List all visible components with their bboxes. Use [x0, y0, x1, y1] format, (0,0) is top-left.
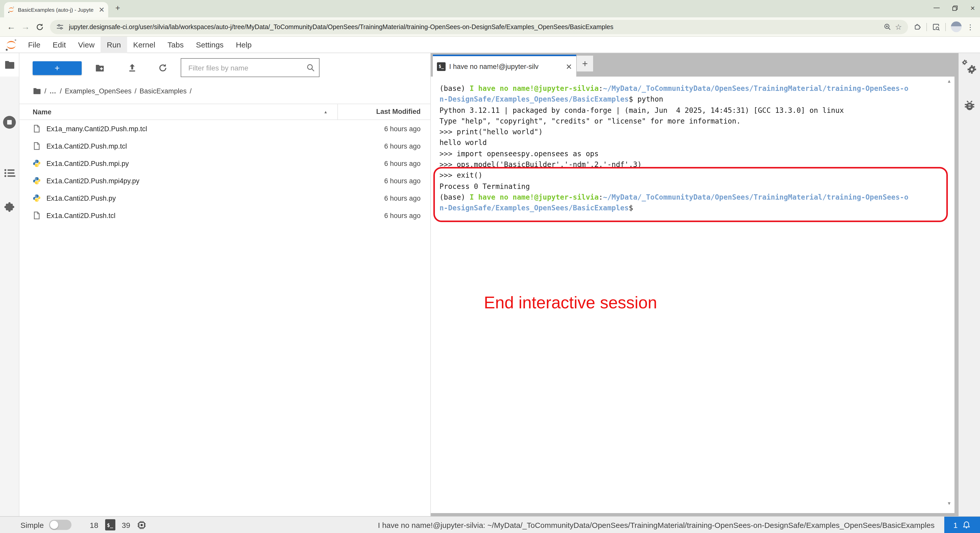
- file-modified: 6 hours ago: [348, 194, 430, 202]
- file-list: Ex1a_many.Canti2D.Push.mp.tcl6 hours ago…: [19, 120, 430, 224]
- file-row[interactable]: Ex1a.Canti2D.Push.py6 hours ago: [19, 189, 430, 207]
- bookmark-star-icon[interactable]: ☆: [895, 23, 902, 31]
- python-icon: [33, 194, 41, 202]
- kernel-count: 39: [122, 520, 130, 529]
- breadcrumb-folder[interactable]: Examples_OpenSees: [65, 87, 131, 95]
- status-bar: Simple 18 $_ 39 I have no name!@jupyter-…: [0, 516, 980, 533]
- menu-settings[interactable]: Settings: [190, 37, 230, 53]
- file-modified: 6 hours ago: [348, 212, 430, 219]
- terminal-panel[interactable]: (base) I have no name!@jupyter-silvia:~/…: [431, 76, 955, 513]
- url-input[interactable]: [68, 23, 879, 31]
- jupyter-favicon-icon: [8, 6, 15, 13]
- tab-close-icon[interactable]: ✕: [566, 62, 572, 70]
- browser-tab[interactable]: BasicExamples (auto-j) - Jupyte ✕: [4, 2, 108, 18]
- sidebar-item-debugger[interactable]: [959, 99, 980, 112]
- activity-bar: [0, 53, 19, 516]
- new-launcher-button[interactable]: +: [33, 61, 82, 75]
- sidebar-item-toc[interactable]: [0, 165, 19, 181]
- file-row[interactable]: Ex1a.Canti2D.Push.mpi.py6 hours ago: [19, 155, 430, 172]
- tab-close-icon[interactable]: ✕: [99, 6, 105, 13]
- notification-count: 1: [953, 520, 958, 529]
- zoom-page-icon[interactable]: [883, 23, 891, 31]
- file-row[interactable]: Ex1a.Canti2D.Push.mp.tcl6 hours ago: [19, 137, 430, 155]
- file-icon: [33, 212, 41, 220]
- terminal-icon[interactable]: $_: [105, 519, 115, 530]
- sidebar-item-property-inspector[interactable]: [959, 59, 980, 75]
- extensions-icon[interactable]: [913, 23, 921, 31]
- reload-icon[interactable]: [33, 23, 47, 31]
- menu-tabs[interactable]: Tabs: [161, 37, 189, 53]
- annotation-highlight-box: [433, 167, 948, 222]
- refresh-icon[interactable]: [158, 63, 167, 74]
- extension-puzzle-icon: [3, 201, 16, 213]
- site-info-icon[interactable]: [56, 23, 64, 31]
- breadcrumb-folder[interactable]: BasicExamples: [140, 87, 187, 95]
- file-row[interactable]: Ex1a.Canti2D.Push.mpi4py.py6 hours ago: [19, 172, 430, 189]
- new-tab-button[interactable]: +: [115, 3, 120, 13]
- file-row[interactable]: Ex1a_many.Canti2D.Push.mp.tcl6 hours ago: [19, 120, 430, 137]
- file-modified: 6 hours ago: [348, 177, 430, 185]
- breadcrumb-sep: /: [60, 87, 62, 95]
- scroll-down-icon[interactable]: ▼: [947, 501, 951, 506]
- kernel-chip-icon[interactable]: [137, 520, 146, 530]
- column-name[interactable]: Name: [19, 108, 52, 116]
- simple-mode-label: Simple: [21, 520, 44, 529]
- menu-view[interactable]: View: [72, 37, 101, 53]
- window-close-icon[interactable]: ×: [970, 4, 975, 12]
- gears-icon: [962, 59, 977, 75]
- scroll-up-icon[interactable]: ▲: [947, 79, 951, 84]
- python-icon: [33, 159, 41, 167]
- screen: BasicExamples (auto-j) - Jupyte ✕ + × ← …: [0, 0, 980, 533]
- simple-mode-toggle[interactable]: [49, 520, 72, 530]
- add-tab-button[interactable]: +: [577, 56, 593, 72]
- forward-icon[interactable]: →: [18, 22, 33, 32]
- terminal-tab-title: I have no name!@jupyter-silv: [449, 62, 562, 70]
- back-icon[interactable]: ←: [4, 22, 18, 32]
- jupyter-logo: [5, 38, 18, 51]
- file-name[interactable]: Ex1a.Canti2D.Push.py: [46, 194, 348, 202]
- window-minimize-icon[interactable]: [934, 8, 940, 8]
- profile-avatar[interactable]: [951, 21, 962, 32]
- bug-icon: [963, 99, 976, 112]
- file-name[interactable]: Ex1a.Canti2D.Push.mpi.py: [46, 159, 348, 167]
- terminal-line: Type "help", "copyright", "credits" or "…: [439, 116, 908, 127]
- sort-ascending-icon[interactable]: ▲: [324, 110, 328, 115]
- window-restore-icon[interactable]: [952, 5, 958, 11]
- search-icon: [306, 63, 315, 72]
- column-last-modified[interactable]: Last Modified: [337, 103, 430, 120]
- file-name[interactable]: Ex1a_many.Canti2D.Push.mp.tcl: [46, 125, 348, 132]
- file-list-header[interactable]: Name ▲ Last Modified: [19, 103, 430, 120]
- menu-help[interactable]: Help: [230, 37, 258, 53]
- browser-toolbar: ← → ☆ ⋮: [0, 18, 980, 37]
- running-sessions-icon: [3, 116, 16, 129]
- reading-mode-icon[interactable]: [932, 23, 940, 31]
- browser-tab-title: BasicExamples (auto-j) - Jupyte: [18, 6, 96, 13]
- sidebar-item-file-browser[interactable]: [0, 53, 19, 76]
- new-folder-icon[interactable]: [95, 63, 105, 75]
- notification-badge[interactable]: 1: [944, 517, 980, 533]
- breadcrumb-ellipsis[interactable]: …: [49, 87, 57, 95]
- panel-divider[interactable]: [955, 53, 959, 516]
- url-bar[interactable]: ☆: [50, 20, 908, 34]
- menu-run[interactable]: Run: [101, 37, 127, 53]
- terminal-line: n-DesignSafe/Examples_OpenSees/BasicExam…: [439, 94, 908, 105]
- right-sidebar: [959, 53, 980, 516]
- browser-menu-icon[interactable]: ⋮: [967, 23, 974, 31]
- file-name[interactable]: Ex1a.Canti2D.Push.mp.tcl: [46, 142, 348, 150]
- menu-edit[interactable]: Edit: [46, 37, 72, 53]
- file-row[interactable]: Ex1a.Canti2D.Push.tcl6 hours ago: [19, 207, 430, 224]
- menu-file[interactable]: File: [22, 37, 46, 53]
- file-browser-panel: + / … / Exa: [19, 53, 431, 516]
- jupyterlab-menubar: File Edit View Run Kernel Tabs Settings …: [0, 37, 980, 53]
- sidebar-item-running[interactable]: [0, 112, 19, 132]
- upload-icon[interactable]: [127, 63, 137, 74]
- menu-kernel[interactable]: Kernel: [127, 37, 162, 53]
- file-name[interactable]: Ex1a.Canti2D.Push.tcl: [46, 212, 348, 219]
- home-folder-icon[interactable]: [33, 86, 41, 95]
- python-icon: [33, 177, 41, 185]
- terminal-tab[interactable]: $_ I have no name!@jupyter-silv ✕: [433, 55, 576, 76]
- filter-files-box[interactable]: [181, 58, 320, 77]
- sidebar-item-extensions[interactable]: [0, 199, 19, 216]
- filter-files-input[interactable]: [187, 63, 306, 72]
- file-name[interactable]: Ex1a.Canti2D.Push.mpi4py.py: [46, 177, 348, 185]
